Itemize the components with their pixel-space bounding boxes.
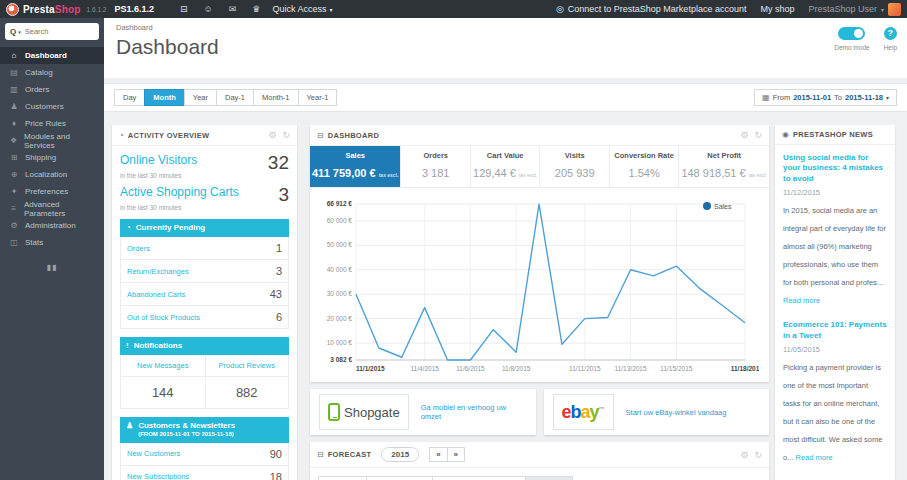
right-column: ◉ PRESTASHOP NEWS Using social media for… — [775, 125, 895, 480]
toggle-switch[interactable] — [838, 27, 865, 40]
bell-icon: ! — [126, 341, 129, 351]
gear-icon[interactable]: ⚙ — [268, 130, 276, 140]
product-reviews-link[interactable]: Product Reviews — [205, 355, 289, 377]
sidebar-nav: ⌂Dashboard ▤Catalog ▥Orders ♟Customers ♦… — [0, 47, 104, 251]
cart-icon: ⊟ — [317, 450, 324, 459]
kpi-sales-tab[interactable]: Sales 411 759,00 € tax excl. — [310, 146, 400, 187]
legend-conversion-button[interactable]: Conversion — [366, 476, 433, 480]
main-content: Dashboard Dashboard Demo mode ? Help Day… — [104, 18, 907, 480]
sidebar-item-stats[interactable]: ◫Stats — [0, 234, 104, 251]
prestashop-logo[interactable]: PrestaShop 1.6.1.2 PS1.6.1.2 — [0, 3, 172, 16]
returns-link[interactable]: Return/Exchanges — [127, 267, 189, 276]
abandoned-carts-link[interactable]: Abandoned Carts — [127, 290, 185, 299]
period-day-button[interactable]: Day — [114, 89, 145, 106]
svg-text:Sales: Sales — [714, 203, 732, 210]
period-month-1-button[interactable]: Month-1 — [253, 89, 299, 106]
svg-text:10 000 €: 10 000 € — [327, 339, 353, 346]
marketplace-icon: ◎ — [556, 4, 564, 14]
shopgate-link[interactable]: Ga mobiel en verhoog uw omzet — [421, 403, 527, 421]
sidebar-item-dashboard[interactable]: ⌂Dashboard — [0, 47, 104, 64]
globe-icon: ⊕ — [9, 170, 19, 179]
svg-text:11/8/2015: 11/8/2015 — [502, 365, 531, 372]
forecast-year-pill[interactable]: 2015 — [381, 447, 419, 462]
legend-sales-button[interactable]: Sales — [525, 476, 573, 480]
sidebar-item-catalog[interactable]: ▤Catalog — [0, 64, 104, 81]
forecast-nav: « » — [429, 447, 465, 462]
sidebar-item-price-rules[interactable]: ♦Price Rules — [0, 115, 104, 132]
sidebar-item-modules[interactable]: ❖Modules and Services — [0, 132, 104, 149]
sidebar-item-orders[interactable]: ▥Orders — [0, 81, 104, 98]
kpi-net-profit-tab[interactable]: Net Profit 148 918,51 € tax excl. — [678, 146, 769, 187]
kpi-conversion-rate-tab[interactable]: Conversion Rate 1.54% — [609, 146, 678, 187]
marketplace-link[interactable]: ◎ Connect to PrestaShop Marketplace acco… — [556, 4, 746, 14]
shipping-icon: ⊞ — [9, 153, 19, 162]
calendar-icon: ▦ — [762, 93, 770, 102]
user-menu[interactable]: PrestaShop User▾ — [808, 3, 901, 16]
legend-traffic-button[interactable]: Traffic — [318, 476, 367, 480]
demo-mode-toggle[interactable]: Demo mode — [834, 27, 869, 51]
advanced-parameters-icon: ≡ — [9, 204, 18, 213]
notifications-header: ! Notifications — [120, 337, 289, 355]
gear-icon[interactable]: ⚙ — [740, 450, 748, 460]
quick-access-menu[interactable]: Quick Access▾ — [272, 4, 332, 14]
cart-icon[interactable]: ⊟ — [180, 4, 188, 14]
sidebar-item-administration[interactable]: ⚙Administration — [0, 217, 104, 234]
sidebar-collapse-button[interactable]: ▮▮ — [0, 263, 104, 272]
help-icon: ? — [884, 27, 897, 40]
news-article-title-link[interactable]: Using social media for your business: 4 … — [783, 153, 887, 184]
kpi-visits-tab[interactable]: Visits 205 939 — [539, 146, 608, 187]
search-input[interactable] — [23, 26, 81, 37]
new-subscriptions-row: New Subscriptions18 — [120, 466, 289, 480]
search-icon: Q — [10, 27, 16, 36]
sales-chart: 66 912 €60 000 €50 000 €40 000 €30 000 €… — [316, 194, 759, 380]
version-label: 1.6.1.2 — [87, 6, 107, 13]
read-more-link[interactable]: Read more — [783, 296, 820, 305]
kpi-orders-tab[interactable]: Orders 3 181 — [400, 146, 469, 187]
sidebar-search[interactable]: Q ▾ — [5, 23, 99, 40]
messages-icon[interactable]: ✉ — [229, 4, 237, 14]
sidebar-item-preferences[interactable]: ✦Preferences — [0, 183, 104, 200]
date-range-picker[interactable]: ▦ From2015-11-01 To2015-11-18 ▾ — [754, 89, 897, 106]
gear-icon: ⚙ — [9, 221, 19, 230]
price-tag-icon: ♦ — [9, 119, 19, 128]
my-shop-link[interactable]: My shop — [760, 4, 794, 14]
avatar — [888, 3, 901, 16]
period-year-button[interactable]: Year — [184, 89, 217, 106]
refresh-icon[interactable]: ↻ — [754, 450, 762, 460]
out-of-stock-link[interactable]: Out of Stock Products — [127, 313, 200, 322]
kpi-cart-value-tab[interactable]: Cart Value 129,44 € tax excl. — [470, 146, 539, 187]
orders-link[interactable]: Orders — [127, 244, 150, 253]
achievements-icon[interactable]: ♛ — [252, 4, 260, 14]
out-of-stock-row: Out of Stock Products6 — [120, 306, 289, 329]
sidebar: Q ▾ ⌂Dashboard ▤Catalog ▥Orders ♟Custome… — [0, 18, 104, 480]
new-subscriptions-link[interactable]: New Subscriptions — [127, 472, 189, 480]
svg-text:50 000 €: 50 000 € — [327, 241, 353, 248]
dashboard-panel: ⊟ DASHBOARD ⚙ ↻ Sales 411 759,00 € tax e… — [310, 125, 769, 382]
news-article-title-link[interactable]: Ecommerce 101: Payments in a Tweet — [783, 320, 887, 341]
new-messages-link[interactable]: New Messages — [121, 355, 205, 377]
new-customers-link[interactable]: New Customers — [127, 449, 180, 458]
refresh-icon[interactable]: ↻ — [754, 130, 762, 140]
sidebar-item-advanced-parameters[interactable]: ≡Advanced Parameters — [0, 200, 104, 217]
sidebar-item-localization[interactable]: ⊕Localization — [0, 166, 104, 183]
period-year-1-button[interactable]: Year-1 — [298, 89, 338, 106]
legend-average-cart-value-button[interactable]: Average Cart Value — [432, 476, 526, 480]
read-more-link[interactable]: Read more — [796, 453, 833, 462]
forecast-back-button[interactable]: « — [429, 447, 447, 462]
breadcrumb[interactable]: Dashboard — [116, 23, 907, 32]
sidebar-item-shipping[interactable]: ⊞Shipping — [0, 149, 104, 166]
svg-text:11/15/2015: 11/15/2015 — [660, 365, 692, 372]
refresh-icon[interactable]: ↻ — [282, 130, 290, 140]
customers-icon[interactable]: ☺ — [204, 4, 213, 14]
help-button[interactable]: ? Help — [884, 27, 897, 51]
ebay-link[interactable]: Start uw eBay-winkel vandaag — [626, 408, 727, 417]
gear-icon[interactable]: ⚙ — [740, 130, 748, 140]
svg-text:11/1/2015: 11/1/2015 — [356, 365, 385, 372]
topbar-right: ◎ Connect to PrestaShop Marketplace acco… — [556, 3, 907, 16]
ebay-module-banner: ebay™ Start uw eBay-winkel vandaag — [544, 389, 770, 435]
period-day-1-button[interactable]: Day-1 — [216, 89, 254, 106]
forecast-forward-button[interactable]: » — [447, 447, 465, 462]
sidebar-item-customers[interactable]: ♟Customers — [0, 98, 104, 115]
abandoned-carts-row: Abandoned Carts43 — [120, 283, 289, 306]
period-month-button[interactable]: Month — [144, 89, 185, 106]
